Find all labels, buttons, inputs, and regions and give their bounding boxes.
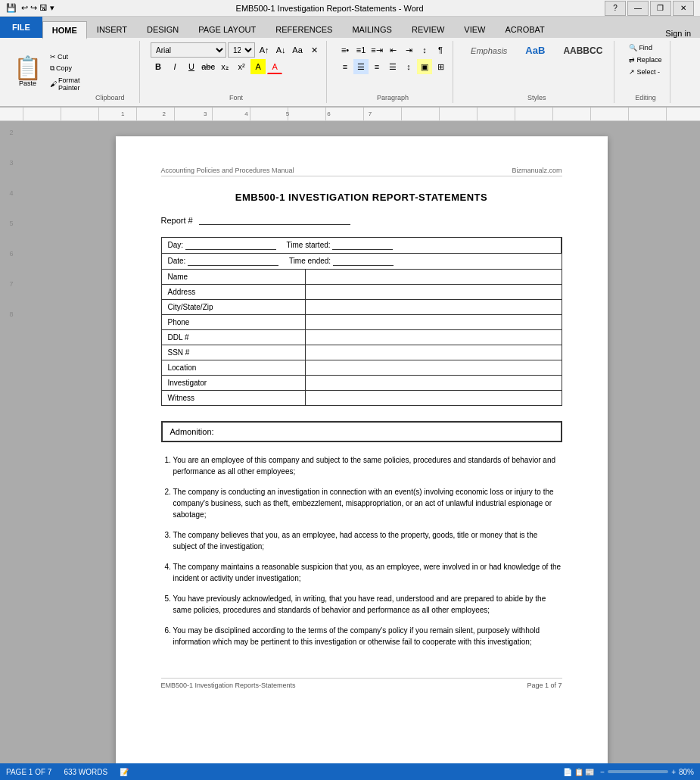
language-indicator: 📝 <box>120 768 129 773</box>
page-info: PAGE 1 OF 7 <box>6 768 51 773</box>
subscript-button[interactable]: x₂ <box>217 59 232 74</box>
close-button[interactable]: ✕ <box>673 1 694 16</box>
tab-review[interactable]: REVIEW <box>402 20 454 38</box>
help-button[interactable]: ? <box>605 1 626 16</box>
row-value-phone[interactable] <box>305 315 562 330</box>
admonition-box: Admonition: <box>161 421 562 442</box>
align-left-button[interactable]: ≡ <box>338 59 353 74</box>
align-center-button[interactable]: ☰ <box>353 59 369 74</box>
select-icon: ↗ <box>629 68 635 76</box>
show-formatting-button[interactable]: ¶ <box>433 42 448 58</box>
restore-button[interactable]: ❐ <box>650 1 671 16</box>
list-item: You are an employee of this company and … <box>173 454 562 477</box>
multilevel-list-button[interactable]: ≡⇥ <box>369 42 384 58</box>
underline-button[interactable]: U <box>184 59 199 74</box>
zoom-control: − + 80% <box>600 768 694 773</box>
paste-button[interactable]: 📋 Paste <box>9 42 46 101</box>
replace-button[interactable]: ⇄ Replace <box>625 55 665 65</box>
sort-button[interactable]: ↕ <box>417 42 432 58</box>
text-color-button[interactable]: A <box>267 59 282 74</box>
row-value-investigator[interactable] <box>305 376 562 391</box>
find-button[interactable]: 🔍 Find <box>625 42 665 53</box>
superscript-button[interactable]: x² <box>234 59 249 74</box>
row-value-address[interactable] <box>305 285 562 300</box>
title-bar-title: EMB500-1 Investigation Report-Statements… <box>236 4 424 13</box>
report-number-field[interactable] <box>199 215 350 225</box>
page-container: Accounting Policies and Procedures Manua… <box>23 121 700 772</box>
bold-button[interactable]: B <box>151 59 166 74</box>
font-group: Arial 12 A↑ A↓ Aa ✕ B I U abc x₂ x² <box>146 41 327 103</box>
format-painter-button[interactable]: 🖌 Format Painter <box>46 75 84 93</box>
font-name-select[interactable]: Arial <box>151 42 226 58</box>
document-page[interactable]: Accounting Policies and Procedures Manua… <box>116 136 608 772</box>
italic-button[interactable]: I <box>167 59 182 74</box>
row-label-investigator: Investigator <box>161 376 305 391</box>
row-value-location[interactable] <box>305 360 562 376</box>
row-value-city[interactable] <box>305 300 562 315</box>
borders-button[interactable]: ⊞ <box>433 59 448 74</box>
select-button[interactable]: ↗ Select - <box>625 67 665 77</box>
tab-insert[interactable]: INSERT <box>87 20 137 38</box>
numbering-button[interactable]: ≡1 <box>353 42 369 58</box>
tab-mailings[interactable]: MAILINGS <box>342 20 402 38</box>
row-value-ssn[interactable] <box>305 345 562 360</box>
editing-controls: 🔍 Find ⇄ Replace ↗ Select - <box>625 42 665 77</box>
sign-in[interactable]: Sign in <box>656 29 700 38</box>
copy-button[interactable]: ⧉ Copy <box>46 63 84 74</box>
text-highlight-button[interactable]: A <box>250 59 266 74</box>
font-name-row: Arial 12 A↑ A↓ Aa ✕ <box>151 42 322 58</box>
bullets-button[interactable]: ≡• <box>338 42 353 58</box>
styles-label: Styles <box>527 94 546 101</box>
style-emphasis[interactable]: Emphasis <box>464 44 514 58</box>
font-shrink-button[interactable]: A↓ <box>273 42 288 58</box>
justify-button[interactable]: ☰ <box>385 59 400 74</box>
day-line <box>185 241 276 250</box>
row-value-name[interactable] <box>305 270 562 285</box>
editing-group: 🔍 Find ⇄ Replace ↗ Select - Editing <box>621 41 670 103</box>
tab-view[interactable]: VIEW <box>454 20 495 38</box>
minimize-button[interactable]: — <box>627 1 649 16</box>
zoom-out-button[interactable]: − <box>600 768 605 773</box>
font-size-select[interactable]: 12 <box>228 42 255 58</box>
row-label-location: Location <box>161 360 305 376</box>
header-left: Accounting Policies and Procedures Manua… <box>161 167 294 174</box>
row-value-witness[interactable] <box>305 391 562 406</box>
tab-file[interactable]: FILE <box>0 17 42 38</box>
tab-home[interactable]: HOME <box>42 21 87 39</box>
status-left: PAGE 1 OF 7 633 WORDS 📝 <box>6 768 129 773</box>
replace-icon: ⇄ <box>629 56 635 64</box>
tab-acrobat[interactable]: ACROBAT <box>495 20 554 38</box>
style-heading2[interactable]: AABBCC <box>556 43 609 58</box>
font-controls: Arial 12 A↑ A↓ Aa ✕ B I U abc x₂ x² <box>151 42 322 74</box>
strikethrough-button[interactable]: abc <box>201 59 216 74</box>
title-bar-controls[interactable]: ? — ❐ ✕ <box>605 1 694 16</box>
quick-access: ↩ ↪ 🖫 ▾ <box>21 3 54 13</box>
line-spacing-button[interactable]: ↕ <box>401 59 416 74</box>
zoom-in-button[interactable]: + <box>671 768 676 773</box>
style-heading1[interactable]: AaB <box>518 42 552 58</box>
tab-page-layout[interactable]: PAGE LAYOUT <box>188 20 266 38</box>
zoom-slider[interactable] <box>608 770 668 772</box>
zoom-level: 80% <box>679 768 694 773</box>
clear-format-button[interactable]: ✕ <box>306 42 322 58</box>
paragraph-label: Paragraph <box>377 94 409 101</box>
ribbon-content: 📋 Paste ✂ Cut ⧉ Copy 🖌 Format Painter Cl… <box>0 38 700 106</box>
clipboard-sub-buttons: ✂ Cut ⧉ Copy 🖌 Format Painter <box>46 42 84 101</box>
shading-button[interactable]: ▣ <box>417 59 432 74</box>
tab-references[interactable]: REFERENCES <box>266 20 342 38</box>
align-right-button[interactable]: ≡ <box>369 59 384 74</box>
date-label: Date: <box>168 257 186 265</box>
cut-button[interactable]: ✂ Cut <box>46 51 84 62</box>
decrease-indent-button[interactable]: ⇤ <box>385 42 400 58</box>
view-icons[interactable]: 📄 📋 📰 <box>563 768 595 773</box>
row-value-ddl[interactable] <box>305 330 562 345</box>
footer-right: Page 1 of 7 <box>527 682 562 689</box>
font-label: Font <box>229 94 243 101</box>
font-format-row: B I U abc x₂ x² A A <box>151 59 322 74</box>
tab-design[interactable]: DESIGN <box>137 20 188 38</box>
change-case-button[interactable]: Aa <box>290 42 305 58</box>
table-row: Location <box>161 360 562 376</box>
increase-indent-button[interactable]: ⇥ <box>401 42 416 58</box>
font-grow-button[interactable]: A↑ <box>257 42 272 58</box>
list-item: You have previously acknowledged, in wri… <box>173 593 562 616</box>
